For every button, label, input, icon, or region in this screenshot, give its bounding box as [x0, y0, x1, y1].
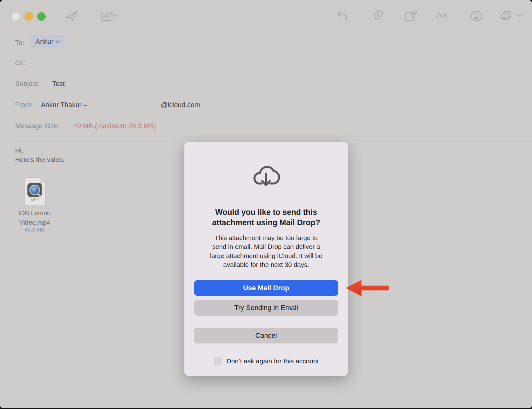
attachment-filename-line2: Video.mp4: [9, 218, 61, 227]
recipient-name: Ankur: [35, 37, 53, 46]
send-icon[interactable]: [65, 9, 78, 23]
mail-drop-dialog: Would you like to send this attachment u…: [184, 142, 348, 376]
body-line: Here’s the video.: [15, 155, 65, 164]
chevron-down-icon[interactable]: [516, 13, 522, 18]
photo-browser-icon[interactable]: [500, 9, 513, 23]
attachment-file-icon[interactable]: MP4: [24, 177, 46, 206]
try-sending-in-email-button[interactable]: Try Sending in Email: [194, 300, 338, 316]
dialog-message-line1: This attachment may be too large to: [184, 233, 348, 242]
mail-compose-window: Aa To: Ankur Cc:: [0, 0, 532, 408]
zoom-window-button[interactable]: [37, 12, 46, 21]
dont-ask-again-row: Don’t ask again for this account: [184, 357, 348, 365]
compose-toolbar: Aa: [0, 0, 532, 32]
dialog-title-line2: attachment using Mail Drop?: [184, 217, 348, 228]
undo-icon[interactable]: [336, 9, 349, 23]
attachment-filename[interactable]: iDB Lemon Video.mp4: [9, 208, 61, 227]
chevron-down-icon[interactable]: [112, 13, 118, 18]
folded-corner: [40, 177, 46, 183]
dont-ask-again-label: Don’t ask again for this account: [227, 357, 319, 365]
close-window-button[interactable]: [12, 12, 20, 21]
from-label: From:: [15, 101, 33, 109]
field-divider: [14, 115, 532, 115]
subject-label: Subject:: [15, 80, 40, 88]
cancel-button[interactable]: Cancel: [194, 328, 338, 343]
format-text-icon[interactable]: Aa: [436, 10, 447, 20]
minimize-window-button[interactable]: [25, 12, 33, 21]
dialog-message-line4: available for the next 30 days.: [184, 260, 348, 269]
emoji-icon[interactable]: [470, 9, 483, 23]
quicktime-tile-icon: [27, 183, 42, 197]
message-size-value: 49 MB (maximum 28.3 MB): [73, 122, 156, 130]
annotation-arrow-icon: [345, 279, 389, 297]
chevron-down-icon: [56, 40, 60, 43]
field-divider: [14, 73, 532, 73]
dialog-message-line3: large attachment using iCloud. It will b…: [184, 251, 348, 260]
field-divider: [14, 136, 532, 136]
markup-icon[interactable]: [404, 9, 417, 23]
attachment-filesize: 48.3 MB: [9, 227, 61, 233]
cloud-download-icon: [249, 161, 283, 191]
attach-paperclip-icon[interactable]: [370, 9, 384, 23]
message-size-label: Message Size:: [15, 122, 60, 130]
body-greeting: Hi,: [15, 146, 65, 155]
attachment-filename-line1: iDB Lemon: [9, 208, 61, 218]
file-type-badge: MP4: [24, 198, 46, 201]
dialog-title-line1: Would you like to send this: [184, 207, 348, 217]
message-body[interactable]: Hi, Here’s the video.: [15, 146, 65, 164]
to-label: To:: [15, 39, 24, 47]
dialog-message-line2: send in email. Mail Drop can deliver a: [184, 242, 348, 251]
from-domain: @icloud.com: [161, 101, 200, 109]
dialog-message: This attachment may be too large to send…: [184, 233, 348, 269]
from-name: Ankur Thakur –: [41, 101, 87, 109]
header-fields-icon[interactable]: [100, 9, 113, 23]
field-divider: [14, 94, 532, 94]
cc-label: Cc:: [15, 59, 25, 67]
dont-ask-again-checkbox[interactable]: [214, 357, 222, 365]
use-mail-drop-button[interactable]: Use Mail Drop: [194, 280, 338, 296]
field-divider: [14, 53, 532, 53]
subject-value: Test: [52, 80, 65, 88]
recipient-token[interactable]: Ankur: [31, 35, 65, 48]
dialog-title: Would you like to send this attachment u…: [184, 207, 348, 228]
